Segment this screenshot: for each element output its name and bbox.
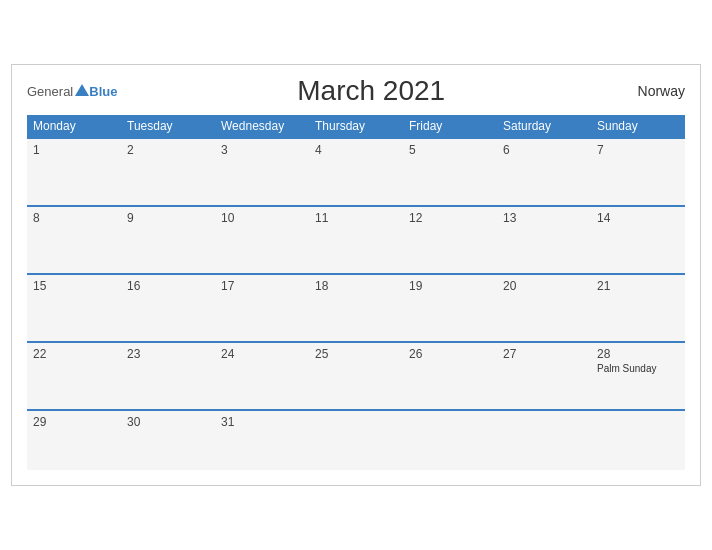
day-number: 7 [597, 143, 679, 157]
logo-general-text: General [27, 85, 73, 98]
day-number: 13 [503, 211, 585, 225]
day-number: 31 [221, 415, 303, 429]
header-wednesday: Wednesday [215, 115, 309, 138]
calendar-day-cell: 19 [403, 274, 497, 342]
day-number: 17 [221, 279, 303, 293]
day-number: 21 [597, 279, 679, 293]
calendar-header: General Blue March 2021 Norway [27, 75, 685, 107]
day-number: 5 [409, 143, 491, 157]
calendar-day-cell: 7 [591, 138, 685, 206]
day-number: 28 [597, 347, 679, 361]
day-number: 9 [127, 211, 209, 225]
calendar-day-cell: 24 [215, 342, 309, 410]
day-number: 15 [33, 279, 115, 293]
day-number: 12 [409, 211, 491, 225]
day-number: 23 [127, 347, 209, 361]
day-number: 27 [503, 347, 585, 361]
calendar-day-cell: 21 [591, 274, 685, 342]
day-number: 25 [315, 347, 397, 361]
day-number: 20 [503, 279, 585, 293]
calendar-day-cell: 18 [309, 274, 403, 342]
calendar-grid: Monday Tuesday Wednesday Thursday Friday… [27, 115, 685, 470]
calendar-day-cell: 4 [309, 138, 403, 206]
day-number: 10 [221, 211, 303, 225]
header-monday: Monday [27, 115, 121, 138]
logo-triangle-icon [75, 84, 89, 96]
calendar-day-cell [497, 410, 591, 470]
calendar-day-cell: 31 [215, 410, 309, 470]
calendar-day-cell: 27 [497, 342, 591, 410]
calendar-week-row: 1234567 [27, 138, 685, 206]
calendar-day-cell: 1 [27, 138, 121, 206]
header-thursday: Thursday [309, 115, 403, 138]
header-saturday: Saturday [497, 115, 591, 138]
calendar-day-cell: 28Palm Sunday [591, 342, 685, 410]
calendar-day-cell: 14 [591, 206, 685, 274]
calendar-day-cell: 10 [215, 206, 309, 274]
day-number: 14 [597, 211, 679, 225]
holiday-label: Palm Sunday [597, 363, 679, 374]
calendar-day-cell: 29 [27, 410, 121, 470]
calendar-day-cell: 2 [121, 138, 215, 206]
day-number: 3 [221, 143, 303, 157]
calendar-title: March 2021 [117, 75, 625, 107]
calendar-day-cell: 5 [403, 138, 497, 206]
calendar-day-cell: 9 [121, 206, 215, 274]
day-number: 16 [127, 279, 209, 293]
calendar-day-cell [403, 410, 497, 470]
day-number: 22 [33, 347, 115, 361]
calendar-day-cell: 23 [121, 342, 215, 410]
calendar-day-cell: 25 [309, 342, 403, 410]
calendar-week-row: 22232425262728Palm Sunday [27, 342, 685, 410]
calendar-day-cell: 6 [497, 138, 591, 206]
calendar-week-row: 891011121314 [27, 206, 685, 274]
day-number: 4 [315, 143, 397, 157]
calendar-day-cell: 11 [309, 206, 403, 274]
day-number: 2 [127, 143, 209, 157]
day-number: 6 [503, 143, 585, 157]
day-number: 30 [127, 415, 209, 429]
day-number: 24 [221, 347, 303, 361]
day-number: 26 [409, 347, 491, 361]
logo-blue-text: Blue [89, 85, 117, 98]
calendar-day-cell: 15 [27, 274, 121, 342]
calendar-container: General Blue March 2021 Norway Monday Tu… [11, 64, 701, 486]
calendar-day-cell: 17 [215, 274, 309, 342]
day-number: 19 [409, 279, 491, 293]
day-number: 8 [33, 211, 115, 225]
calendar-day-cell: 16 [121, 274, 215, 342]
calendar-day-cell: 12 [403, 206, 497, 274]
calendar-day-cell: 22 [27, 342, 121, 410]
header-friday: Friday [403, 115, 497, 138]
calendar-day-cell: 13 [497, 206, 591, 274]
calendar-day-cell: 26 [403, 342, 497, 410]
calendar-country: Norway [625, 83, 685, 99]
logo: General Blue [27, 84, 117, 98]
calendar-day-cell: 20 [497, 274, 591, 342]
calendar-day-cell [309, 410, 403, 470]
day-number: 11 [315, 211, 397, 225]
day-number: 29 [33, 415, 115, 429]
header-tuesday: Tuesday [121, 115, 215, 138]
calendar-day-cell [591, 410, 685, 470]
calendar-day-cell: 8 [27, 206, 121, 274]
calendar-week-row: 15161718192021 [27, 274, 685, 342]
calendar-day-cell: 3 [215, 138, 309, 206]
day-number: 18 [315, 279, 397, 293]
header-sunday: Sunday [591, 115, 685, 138]
weekday-header-row: Monday Tuesday Wednesday Thursday Friday… [27, 115, 685, 138]
calendar-day-cell: 30 [121, 410, 215, 470]
day-number: 1 [33, 143, 115, 157]
calendar-week-row: 293031 [27, 410, 685, 470]
